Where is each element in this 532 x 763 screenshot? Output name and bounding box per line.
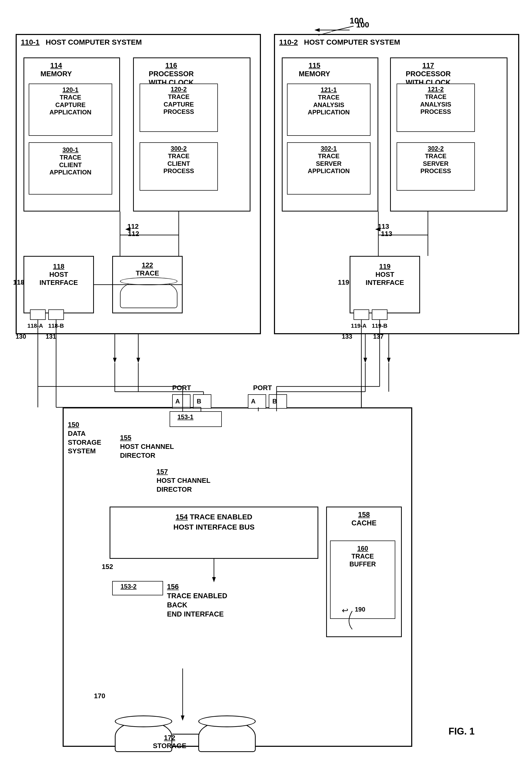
host2-host-interface-label: 119HOSTINTERFACE [352,263,417,287]
storage-system-label: 150DATASTORAGESYSTEM [68,420,101,456]
svg-marker-12 [113,358,117,363]
svg-marker-16 [363,358,367,363]
port-b1-box [193,394,211,409]
port-a1-box [172,394,191,409]
port-a1-label: A [175,398,180,405]
storage-unit-label: 172STORAGE [149,734,191,750]
trace-buffer-label: 160TRACEBUFFER [333,544,393,568]
host1-arrow-131-label: 131 [45,333,56,341]
port-b1-label: B [197,398,201,405]
host2-processor-label: 117PROCESSORWITH CLOCK [406,61,451,87]
storage-hcd1-label: 153-1 [177,413,193,421]
host2-system-id: 110-2 [279,38,298,46]
host1-trace-capture-proc-label: 120-2TRACECAPTUREPROCESS [142,86,215,116]
host2-bus-label: 113 [381,230,392,238]
host2-system-label: 110-2 HOST COMPUTER SYSTEM [279,38,400,47]
svg-marker-14 [136,358,140,363]
host1-processor-label: 116PROCESSORWITH CLOCK [149,61,194,87]
host1-bus-label: 112 [128,230,139,238]
host1-trace-client-app-label: 300-1TRACECLIENTAPPLICATION [31,146,110,176]
host1-trace-capture-app-label: 120-1TRACECAPTUREAPPLICATION [31,86,110,116]
host-channel-director1-label: 155HOST CHANNELDIRECTOR [120,433,174,460]
host2-trace-server-proc-label: 302-2TRACESERVERPROCESS [399,145,472,175]
host1-system-label: 110-1 HOST COMPUTER SYSTEM [21,38,142,47]
svg-line-31 [331,26,354,31]
port-b2-label: B [272,398,277,405]
host1-port-a-label: 118-A [27,322,43,329]
host1-system-id: 110-1 [21,38,40,46]
host2-port-b-box [372,309,388,320]
trace-bus-label: 154 TRACE ENABLEDHOST INTERFACE BUS [112,512,316,532]
cache-label: 158CACHE [337,510,392,527]
host2-trace-server-app-label: 302-1TRACESERVERAPPLICATION [290,145,368,175]
port-left-label: PORT [172,384,191,392]
arrow-170-label: 170 [94,692,105,700]
storage-hcd2-box [112,581,163,596]
back-end-label: 156TRACE ENABLEDBACKEND INTERFACE [167,582,227,619]
host2-port-a-box [354,309,369,320]
svg-marker-18 [387,358,391,363]
host1-host-interface-label: 118HOSTINTERFACE [26,263,91,287]
host1-arrow-130-label: 130 [16,333,26,341]
storage-cylinder-left-top [115,715,172,727]
port-b2-box [269,394,287,409]
host1-port-b-label: 118-B [48,322,64,329]
port-right-label: PORT [253,384,272,392]
diagram-number: 100 [350,16,363,26]
host1-port-b-box [48,309,64,320]
port-a2-box [248,394,266,409]
host1-trace-client-proc-label: 300-2TRACECLIENTPROCESS [142,145,215,175]
trace-db-cylinder-top [120,277,177,285]
arrow-190-label: 190 [355,606,365,613]
host2-port-a-label: 119-A [351,322,367,329]
host2-arrow-133-label: 133 [342,333,352,341]
storage-cylinder-right-top [198,715,256,727]
diagram-container: 100 110-1 HOST COMPUTER SYSTEM 114MEMORY… [0,0,532,763]
host2-port-b-label: 119-B [372,322,388,329]
host2-trace-analysis-app-label: 121-1TRACEANALYSISAPPLICATION [290,86,368,116]
port-a2-label: A [251,398,255,405]
storage-hcd2-label: 153-2 [121,583,136,591]
host2-arrow-137-label: 137 [373,333,384,341]
host-channel-director2-label: 157HOST CHANNELDIRECTOR [156,468,211,494]
host1-port-a-box [30,309,45,320]
host1-memory-label: 114MEMORY [41,61,72,78]
arrow-152-label: 152 [102,563,113,571]
svg-marker-1 [314,28,319,32]
figure-label: FIG. 1 [449,726,475,737]
host2-trace-analysis-proc-label: 121-2TRACEANALYSISPROCESS [399,86,472,116]
host2-memory-label: 115MEMORY [299,61,330,78]
arrow-190: ↩ [342,606,348,615]
